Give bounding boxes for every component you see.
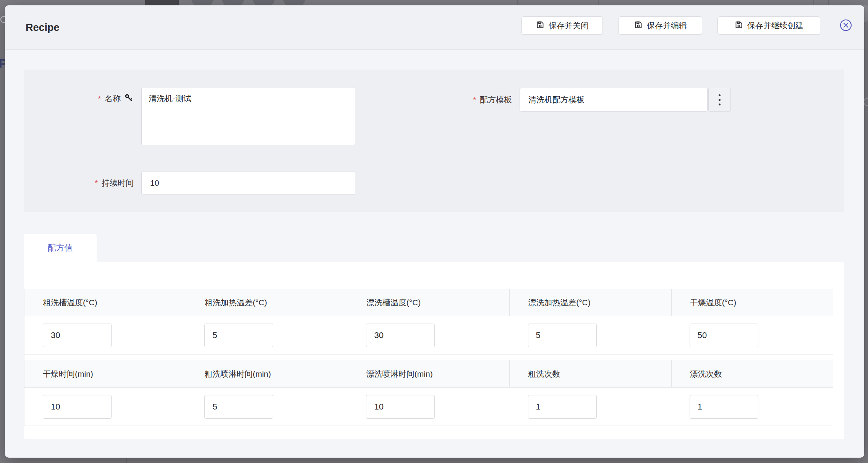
column-label: 粗洗次数 (509, 360, 671, 387)
template-field-label: * 配方模板 (473, 90, 512, 110)
save-icon (734, 20, 743, 31)
column-label: 漂洗加热温差(°C) (509, 289, 671, 316)
duration-label-text: 持续时间 (102, 178, 134, 188)
column-label: 粗洗喷淋时间(min) (186, 360, 347, 387)
modal-header: Recipe 保存并关闭 保存并编辑 (5, 5, 864, 50)
recipe-form-panel: * 名称 * 配方模板 * 持续时间 (24, 70, 844, 212)
tab-recipe-values[interactable]: 配方值 (24, 234, 97, 262)
recipe-value-input[interactable] (43, 395, 112, 419)
background-cropped-element (145, 0, 179, 5)
save-icon (634, 20, 643, 31)
background-table-seam (517, 0, 518, 5)
save-and-edit-button[interactable]: 保存并编辑 (619, 16, 702, 35)
name-input[interactable] (141, 87, 355, 145)
close-button[interactable] (839, 19, 852, 32)
key-icon (124, 93, 134, 105)
recipe-value-input[interactable] (528, 395, 597, 419)
column-label: 干燥时间(min) (24, 360, 186, 387)
recipe-modal: Recipe 保存并关闭 保存并编辑 (5, 5, 864, 458)
recipe-value-input[interactable] (366, 324, 435, 347)
grid-header-row: 粗洗槽温度(°C) 粗洗加热温差(°C) 漂洗槽温度(°C) 漂洗加热温差(°C… (24, 289, 833, 316)
column-label: 漂洗次数 (671, 360, 833, 387)
recipe-value-input[interactable] (690, 324, 758, 347)
modal-title: Recipe (26, 5, 60, 50)
grid-input-row (24, 388, 833, 426)
recipe-value-input[interactable] (690, 395, 758, 419)
recipe-template-input[interactable] (520, 88, 708, 112)
column-label: 粗洗加热温差(°C) (186, 289, 347, 316)
grid-input-row (24, 316, 833, 355)
background-table-seam (126, 458, 127, 463)
background-table-seam (828, 0, 829, 5)
recipe-value-input[interactable] (366, 395, 435, 419)
close-icon (839, 19, 852, 33)
recipe-value-input[interactable] (528, 324, 597, 347)
column-label: 粗洗槽温度(°C) (24, 289, 186, 316)
column-label: 干燥温度(°C) (671, 289, 833, 316)
required-asterisk: * (95, 179, 98, 188)
column-label: 漂洗喷淋时间(min) (348, 360, 509, 387)
background-table-seam (598, 0, 599, 5)
save-and-close-label: 保存并关闭 (549, 20, 589, 31)
name-field-label: * 名称 (98, 89, 134, 108)
ellipsis-vertical-icon (719, 94, 721, 105)
name-label-text: 名称 (105, 93, 121, 104)
save-and-close-button[interactable]: 保存并关闭 (521, 16, 603, 35)
template-more-options-button[interactable] (708, 88, 731, 112)
recipe-values-grid: 粗洗槽温度(°C) 粗洗加热温差(°C) 漂洗槽温度(°C) 漂洗加热温差(°C… (24, 289, 833, 426)
column-label: 漂洗槽温度(°C) (348, 289, 509, 316)
recipe-value-input[interactable] (204, 395, 273, 419)
duration-input[interactable] (141, 171, 355, 195)
save-icon (536, 20, 545, 31)
save-and-edit-label: 保存并编辑 (647, 20, 687, 31)
duration-field-label: * 持续时间 (95, 173, 134, 193)
save-and-create-another-button[interactable]: 保存并继续创建 (717, 16, 820, 35)
background-table-seam (813, 0, 814, 5)
recipe-value-input[interactable] (43, 324, 112, 347)
save-and-create-another-label: 保存并继续创建 (747, 20, 803, 31)
grid-header-row: 干燥时间(min) 粗洗喷淋时间(min) 漂洗喷淋时间(min) 粗洗次数 漂… (24, 360, 833, 388)
required-asterisk: * (98, 94, 101, 103)
grid-row-gap (24, 355, 833, 360)
template-label-text: 配方模板 (480, 94, 512, 105)
recipe-values-panel: 粗洗槽温度(°C) 粗洗加热温差(°C) 漂洗槽温度(°C) 漂洗加热温差(°C… (24, 262, 844, 439)
required-asterisk: * (473, 96, 476, 104)
recipe-value-input[interactable] (204, 324, 273, 347)
